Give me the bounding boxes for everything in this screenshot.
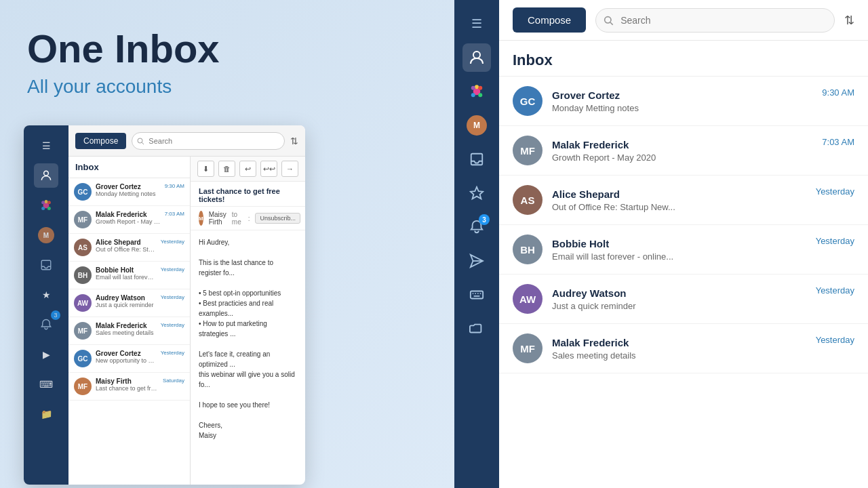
email-subject: Sales meeting details xyxy=(552,350,806,361)
small-photos-icon[interactable] xyxy=(34,193,58,218)
email-time: 9:30 AM xyxy=(822,87,854,98)
small-star-icon[interactable]: ★ xyxy=(34,283,58,307)
compose-button[interactable]: Compose xyxy=(513,7,586,33)
small-email-item[interactable]: MF Malak Frederick Growth Report - May 2… xyxy=(68,206,190,234)
small-folder-icon[interactable]: 📁 xyxy=(34,402,58,426)
small-notification-icon[interactable]: 3 xyxy=(34,312,58,337)
small-email-time: Yesterday xyxy=(161,350,184,356)
small-user-icon[interactable]: M xyxy=(34,223,58,247)
email-time: 7:03 AM xyxy=(822,137,854,147)
email-sender-name: Malak Frederick xyxy=(552,139,812,150)
small-email-name: Bobbie Holt xyxy=(96,266,157,274)
email-list-item[interactable]: MF Malak Frederick Sales meeting details… xyxy=(499,324,868,373)
small-menu-icon[interactable]: ☰ xyxy=(34,134,58,158)
small-email-time: 7:03 AM xyxy=(165,211,184,217)
small-preview-from: M Maisy Firth to me : Unsubscrib... xyxy=(191,207,305,230)
small-email-name: Maisy Firth xyxy=(96,378,159,385)
small-email-name: Audrey Watson xyxy=(96,294,157,302)
small-content: Inbox GC Grover Cortez Monday Metting no… xyxy=(68,157,305,485)
nav-menu-icon[interactable]: ☰ xyxy=(462,9,491,38)
small-accounts-icon[interactable] xyxy=(34,163,58,188)
small-keyboard-icon[interactable]: ⌨ xyxy=(34,372,58,396)
small-email-item[interactable]: MF Maisy Firth Last chance to get free t… xyxy=(68,373,190,401)
small-notification-badge: 3 xyxy=(51,310,60,320)
small-inbox-label: Inbox xyxy=(68,157,190,178)
small-email-item[interactable]: GC Grover Cortez Monday Metting notes 9:… xyxy=(68,178,190,206)
small-archive-button[interactable]: ⬇ xyxy=(197,161,214,177)
nav-notifications-icon[interactable]: 3 xyxy=(462,213,491,241)
small-email-item[interactable]: GC Grover Cortez New opportunity to expl… xyxy=(68,345,190,373)
small-email-meta: Grover Cortez Monday Metting notes xyxy=(96,183,161,197)
small-send-icon[interactable]: ▶ xyxy=(34,342,58,367)
small-email-name: Malak Frederick xyxy=(96,211,161,218)
email-list-item[interactable]: AW Audrey Watson Just a quick reminder Y… xyxy=(499,274,868,324)
small-replyall-button[interactable]: ↩↩ xyxy=(260,161,277,177)
small-filter-icon[interactable]: ⇅ xyxy=(290,136,298,146)
email-list: GC Grover Cortez Monday Metting notes 9:… xyxy=(499,77,868,488)
avatar: GC xyxy=(513,86,542,116)
small-sidebar: ☰ M ★ 3 ▶ ⌨ 📁 xyxy=(24,125,68,485)
nav-notification-badge: 3 xyxy=(479,214,490,225)
svg-point-11 xyxy=(478,93,482,97)
svg-point-4 xyxy=(41,207,45,210)
small-preview-actions: ⬇ 🗑 ↩ ↩↩ → xyxy=(191,157,305,182)
nav-send-icon[interactable] xyxy=(462,247,491,275)
email-list-item[interactable]: MF Malak Frederick Growth Report - May 2… xyxy=(499,126,868,176)
small-email-subject: Just a quick reminder xyxy=(96,302,157,308)
nav-accounts-icon[interactable] xyxy=(462,43,491,72)
svg-point-12 xyxy=(471,93,475,97)
email-sender-name: Grover Cortez xyxy=(552,89,812,101)
small-email-name: Malak Frederick xyxy=(96,322,157,329)
small-email-subject: Monday Metting notes xyxy=(96,190,161,197)
small-email-meta: Malak Frederick Sales meeting details xyxy=(96,322,157,336)
nav-inbox-tray-icon[interactable] xyxy=(462,145,491,174)
small-email-item[interactable]: AS Alice Shepard Out of Office Re: Start… xyxy=(68,234,190,262)
svg-point-2 xyxy=(45,200,48,203)
email-list-item[interactable]: AS Alice Shepard Out of Office Re: Start… xyxy=(499,176,868,225)
email-subject: Email will last forever - online... xyxy=(552,251,806,262)
small-avatar: AS xyxy=(74,239,92,256)
nav-photos-icon[interactable] xyxy=(462,77,491,106)
search-input[interactable] xyxy=(595,8,835,33)
small-avatar: GC xyxy=(74,350,92,367)
small-avatar: BH xyxy=(74,266,92,284)
email-body: Audrey Watson Just a quick reminder xyxy=(552,287,806,311)
email-subject: Out of Office Re: Startup New... xyxy=(552,202,806,212)
email-body: Alice Shepard Out of Office Re: Startup … xyxy=(552,188,806,212)
small-email-item[interactable]: BH Bobbie Holt Email will last forever -… xyxy=(68,262,190,289)
nav-keyboard-icon[interactable] xyxy=(462,281,491,309)
side-icon-nav: ☰ M 3 xyxy=(454,0,499,488)
small-reply-button[interactable]: ↩ xyxy=(239,161,256,177)
small-client-mockup: ☰ M ★ 3 ▶ ⌨ 📁 C xyxy=(24,125,305,485)
small-avatar: MF xyxy=(74,322,92,340)
svg-point-14 xyxy=(471,86,475,90)
small-email-subject: Last chance to get free tickets! xyxy=(96,385,159,392)
email-body: Malak Frederick Sales meeting details xyxy=(552,337,806,361)
small-delete-button[interactable]: 🗑 xyxy=(218,161,235,177)
small-email-time: Yesterday xyxy=(161,239,184,245)
small-forward-button[interactable]: → xyxy=(281,161,298,177)
avatar: MF xyxy=(513,136,542,165)
small-unsubscribe-button[interactable]: Unsubscrib... xyxy=(255,213,300,224)
small-email-item[interactable]: AW Audrey Watson Just a quick reminder Y… xyxy=(68,289,190,317)
filter-icon[interactable]: ⇅ xyxy=(844,13,854,28)
small-email-item[interactable]: MF Malak Frederick Sales meeting details… xyxy=(68,317,190,345)
email-body: Malak Frederick Growth Report - May 2020 xyxy=(552,139,812,163)
nav-starred-icon[interactable] xyxy=(462,179,491,207)
email-time: Yesterday xyxy=(816,236,854,246)
small-search-input[interactable] xyxy=(132,132,285,150)
small-email-subject: Growth Report - May 2020 xyxy=(96,218,161,225)
main-email-area: Compose ⇅ Inbox GC Grover Cortez Monday … xyxy=(499,0,868,488)
small-email-subject: Sales meeting details xyxy=(96,329,157,336)
small-email-subject: New opportunity to explore xyxy=(96,357,157,364)
small-panel: Compose ⇅ Inbox GC Grover Cortez Monday … xyxy=(68,125,305,485)
nav-user-avatar-icon[interactable]: M xyxy=(462,111,491,140)
avatar: AW xyxy=(513,284,542,314)
small-email-time: Yesterday xyxy=(161,266,184,272)
email-list-item[interactable]: BH Bobbie Holt Email will last forever -… xyxy=(499,225,868,274)
email-list-item[interactable]: GC Grover Cortez Monday Metting notes 9:… xyxy=(499,77,868,126)
small-inbox-icon[interactable] xyxy=(34,253,58,277)
nav-folder-icon[interactable] xyxy=(462,314,491,343)
small-compose-button[interactable]: Compose xyxy=(75,133,126,149)
small-avatar: GC xyxy=(74,183,92,201)
